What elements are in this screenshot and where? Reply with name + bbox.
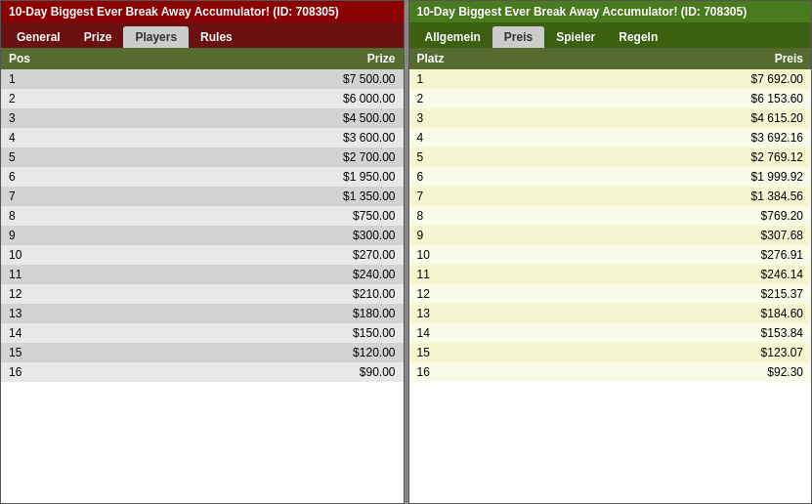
platz-cell: 8 xyxy=(409,206,566,226)
table-row: 6 $1 950.00 xyxy=(1,167,404,187)
tab-regeln[interactable]: Regeln xyxy=(607,26,669,48)
platz-cell: 6 xyxy=(409,167,566,187)
table-row: 15 $123.07 xyxy=(409,343,812,362)
left-table: Pos Prize 1 $7 500.00 2 $6 000.00 3 $4 5… xyxy=(1,48,404,382)
platz-cell: 4 xyxy=(409,128,566,147)
right-table-container: Platz Preis 1 $7 692.00 2 $6 153.60 3 $4… xyxy=(409,48,812,503)
prize-cell: $750.00 xyxy=(144,206,404,226)
right-panel: 10-Day Biggest Ever Break Away Accumulat… xyxy=(408,0,813,504)
right-col-preis: Preis xyxy=(565,48,811,69)
table-row: 3 $4 615.20 xyxy=(409,108,812,128)
preis-cell: $1 999.92 xyxy=(565,167,811,187)
table-row: 16 $90.00 xyxy=(1,362,404,382)
table-row: 13 $180.00 xyxy=(1,304,404,323)
pos-cell: 13 xyxy=(1,304,144,323)
prize-cell: $3 600.00 xyxy=(144,128,404,147)
tab-spieler[interactable]: Spieler xyxy=(544,26,607,48)
table-row: 1 $7 500.00 xyxy=(1,69,404,89)
left-col-pos: Pos xyxy=(1,48,144,69)
table-row: 15 $120.00 xyxy=(1,343,404,362)
left-table-container: Pos Prize 1 $7 500.00 2 $6 000.00 3 $4 5… xyxy=(1,48,404,503)
tab-general[interactable]: General xyxy=(5,26,72,48)
right-table: Platz Preis 1 $7 692.00 2 $6 153.60 3 $4… xyxy=(409,48,812,382)
table-row: 10 $276.91 xyxy=(409,245,812,265)
table-row: 9 $307.68 xyxy=(409,226,812,245)
prize-cell: $1 350.00 xyxy=(144,187,404,206)
prize-cell: $210.00 xyxy=(144,284,404,304)
platz-cell: 3 xyxy=(409,108,566,128)
pos-cell: 16 xyxy=(1,362,144,382)
pos-cell: 2 xyxy=(1,89,144,108)
pos-cell: 10 xyxy=(1,245,144,265)
table-row: 2 $6 000.00 xyxy=(1,89,404,108)
table-row: 8 $769.20 xyxy=(409,206,812,226)
table-row: 7 $1 384.56 xyxy=(409,187,812,206)
platz-cell: 1 xyxy=(409,69,566,89)
prize-cell: $150.00 xyxy=(144,323,404,343)
prize-cell: $120.00 xyxy=(144,343,404,362)
preis-cell: $4 615.20 xyxy=(565,108,811,128)
preis-cell: $184.60 xyxy=(565,304,811,323)
platz-cell: 16 xyxy=(409,362,566,382)
table-row: 12 $210.00 xyxy=(1,284,404,304)
preis-cell: $276.91 xyxy=(565,245,811,265)
platz-cell: 11 xyxy=(409,265,566,284)
platz-cell: 13 xyxy=(409,304,566,323)
pos-cell: 11 xyxy=(1,265,144,284)
pos-cell: 12 xyxy=(1,284,144,304)
preis-cell: $153.84 xyxy=(565,323,811,343)
table-row: 5 $2 700.00 xyxy=(1,147,404,167)
platz-cell: 12 xyxy=(409,284,566,304)
tab-prize[interactable]: Prize xyxy=(72,26,124,48)
preis-cell: $246.14 xyxy=(565,265,811,284)
tab-preis[interactable]: Preis xyxy=(492,26,544,48)
table-row: 4 $3 600.00 xyxy=(1,128,404,147)
prize-cell: $2 700.00 xyxy=(144,147,404,167)
prize-cell: $180.00 xyxy=(144,304,404,323)
preis-cell: $7 692.00 xyxy=(565,69,811,89)
platz-cell: 5 xyxy=(409,147,566,167)
table-row: 14 $153.84 xyxy=(409,323,812,343)
left-col-prize: Prize xyxy=(144,48,404,69)
preis-cell: $6 153.60 xyxy=(565,89,811,108)
table-row: 6 $1 999.92 xyxy=(409,167,812,187)
tab-players[interactable]: Players xyxy=(123,26,189,48)
preis-cell: $1 384.56 xyxy=(565,187,811,206)
prize-cell: $240.00 xyxy=(144,265,404,284)
table-row: 7 $1 350.00 xyxy=(1,187,404,206)
table-row: 1 $7 692.00 xyxy=(409,69,812,89)
pos-cell: 4 xyxy=(1,128,144,147)
preis-cell: $307.68 xyxy=(565,226,811,245)
pos-cell: 3 xyxy=(1,108,144,128)
table-row: 12 $215.37 xyxy=(409,284,812,304)
table-row: 11 $240.00 xyxy=(1,265,404,284)
table-row: 2 $6 153.60 xyxy=(409,89,812,108)
preis-cell: $92.30 xyxy=(565,362,811,382)
platz-cell: 14 xyxy=(409,323,566,343)
prize-cell: $300.00 xyxy=(144,226,404,245)
right-panel-title: 10-Day Biggest Ever Break Away Accumulat… xyxy=(409,1,812,22)
prize-cell: $1 950.00 xyxy=(144,167,404,187)
table-row: 14 $150.00 xyxy=(1,323,404,343)
prize-cell: $270.00 xyxy=(144,245,404,265)
table-row: 8 $750.00 xyxy=(1,206,404,226)
left-panel: 10-Day Biggest Ever Break Away Accumulat… xyxy=(0,0,405,504)
preis-cell: $3 692.16 xyxy=(565,128,811,147)
pos-cell: 1 xyxy=(1,69,144,89)
pos-cell: 8 xyxy=(1,206,144,226)
pos-cell: 6 xyxy=(1,167,144,187)
tab-allgemein[interactable]: Allgemein xyxy=(413,26,492,48)
table-row: 3 $4 500.00 xyxy=(1,108,404,128)
platz-cell: 7 xyxy=(409,187,566,206)
right-tabs: Allgemein Preis Spieler Regeln xyxy=(409,22,812,48)
left-tabs: General Prize Players Rules xyxy=(1,22,404,48)
preis-cell: $2 769.12 xyxy=(565,147,811,167)
pos-cell: 9 xyxy=(1,226,144,245)
table-row: 5 $2 769.12 xyxy=(409,147,812,167)
pos-cell: 5 xyxy=(1,147,144,167)
prize-cell: $7 500.00 xyxy=(144,69,404,89)
prize-cell: $6 000.00 xyxy=(144,89,404,108)
table-row: 11 $246.14 xyxy=(409,265,812,284)
tab-rules[interactable]: Rules xyxy=(189,26,244,48)
preis-cell: $769.20 xyxy=(565,206,811,226)
